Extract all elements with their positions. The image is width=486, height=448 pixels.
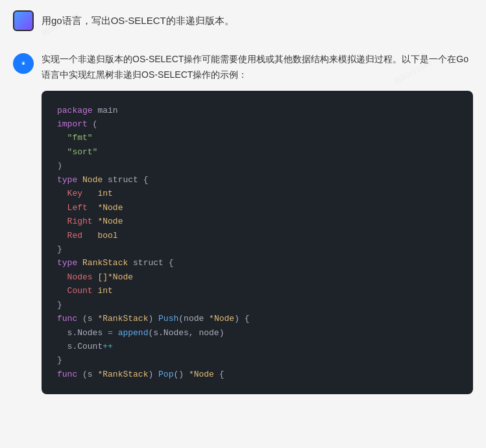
- code-line: Left *Node: [57, 201, 457, 215]
- code-line: type Node struct {: [57, 173, 457, 187]
- ai-icon: [17, 57, 30, 70]
- code-line: Right *Node: [57, 215, 457, 228]
- code-line: func (s *RankStack) Push(node *Node) {: [57, 312, 457, 325]
- ai-content: 实现一个非递归版本的OS-SELECT操作可能需要使用栈或其他数据结构来模拟递归…: [42, 52, 473, 394]
- ai-intro-text: 实现一个非递归版本的OS-SELECT操作可能需要使用栈或其他数据结构来模拟递归…: [42, 52, 473, 83]
- code-line: Key int: [57, 187, 457, 200]
- svg-point-1: [22, 62, 24, 64]
- code-line: Nodes []*Node: [57, 270, 457, 284]
- ai-message-row: 3550x11641 实现一个非递归版本的OS-SELECT操作可能需要使用栈或…: [0, 41, 486, 405]
- code-line: type RankStack struct {: [57, 256, 457, 270]
- code-line: }: [57, 242, 457, 256]
- user-message-text: 用go语言，写出OS-SELECT的非递归版本。: [42, 10, 234, 29]
- code-line: }: [57, 353, 457, 367]
- code-line: "sort": [57, 145, 457, 159]
- code-line: package main: [57, 104, 457, 117]
- code-line: Count int: [57, 284, 457, 298]
- avatar-inner: [14, 12, 32, 30]
- code-line: Red bool: [57, 229, 457, 242]
- ai-avatar: [13, 53, 34, 74]
- user-message-row: 3550x11641 用go语言，写出OS-SELECT的非递归版本。: [0, 0, 486, 41]
- code-line: "fmt": [57, 131, 457, 145]
- code-block: package main import ( "fmt" "sort" ) typ…: [42, 91, 473, 395]
- code-line: s.Count++: [57, 340, 457, 353]
- code-line: }: [57, 298, 457, 312]
- code-line: s.Nodes = append(s.Nodes, node): [57, 326, 457, 340]
- code-line: func (s *RankStack) Pop() *Node {: [57, 368, 457, 381]
- user-avatar: [13, 10, 34, 31]
- code-line: ): [57, 159, 457, 172]
- chat-container: 3550x11641 用go语言，写出OS-SELECT的非递归版本。 3550…: [0, 0, 486, 405]
- code-line: import (: [57, 117, 457, 131]
